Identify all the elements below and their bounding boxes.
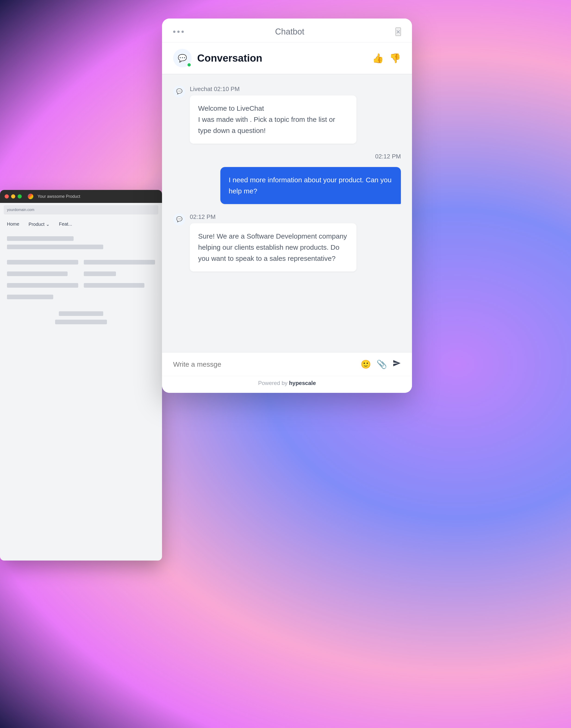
chat-footer: Powered by hypescale (162, 376, 412, 393)
bot-msg-meta-2: 02:12 PM (190, 213, 401, 220)
chat-header: Chatbot × (162, 18, 412, 42)
bl (55, 320, 107, 324)
conversation-header: 💬 Conversation 👍 👎 (162, 42, 412, 74)
powered-by-brand: hypescale (289, 380, 316, 386)
browser-dot-red (5, 194, 9, 198)
bot-avatar: 💬 (173, 49, 192, 67)
browser-col-right (84, 260, 155, 303)
bl (7, 260, 78, 265)
browser-mockup: Your awssome Product yourdomain.com Home… (0, 190, 162, 560)
bot-icon-1: 💬 (176, 88, 183, 94)
bot-sender-1: Livechat (190, 85, 212, 92)
powered-by-text: Powered by hypescale (258, 380, 316, 386)
chat-title: Chatbot (184, 27, 395, 36)
browser-line-1 (7, 236, 74, 241)
bl (7, 295, 53, 299)
nav-feat: Feat... (59, 221, 72, 227)
browser-address-text: yourdomain.com (7, 208, 34, 212)
menu-dot-1 (173, 30, 176, 33)
bl (84, 260, 155, 265)
browser-col-left (7, 260, 78, 303)
bl (59, 311, 103, 316)
message-input[interactable] (173, 360, 355, 368)
browser-nav: Home Product ⌄ Feat... (0, 217, 162, 232)
message-row-bot-1: 💬 Livechat 02:10 PM Welcome to LiveChatI… (173, 85, 401, 144)
online-status-dot (187, 63, 191, 67)
nav-home: Home (7, 221, 19, 227)
browser-titlebar: Your awssome Product (0, 190, 162, 203)
chat-input-area: 🙂 📎 (162, 352, 412, 376)
send-button[interactable] (392, 359, 401, 369)
bl (7, 283, 78, 288)
menu-dot-2 (177, 30, 180, 33)
thumbs-container: 👍 👎 (372, 53, 401, 64)
thumbs-down-button[interactable]: 👎 (389, 53, 401, 64)
browser-addressbar: yourdomain.com (4, 205, 158, 214)
browser-dot-green (18, 194, 22, 198)
menu-dot-3 (182, 30, 184, 33)
attachment-button[interactable]: 📎 (376, 359, 387, 369)
thumbs-up-button[interactable]: 👍 (372, 53, 384, 64)
powered-by-prefix: Powered by (258, 380, 289, 386)
nav-product: Product ⌄ (28, 221, 49, 227)
browser-tab-title: Your awssome Product (37, 194, 80, 199)
messages-area: 💬 Livechat 02:10 PM Welcome to LiveChatI… (162, 74, 412, 352)
bot-msg-content-2: 02:12 PM Sure! We are a Software Develop… (190, 213, 401, 271)
emoji-button[interactable]: 🙂 (361, 359, 371, 369)
browser-two-col-1 (7, 260, 155, 303)
conversation-title: Conversation (197, 52, 367, 64)
bot-msg-content-1: Livechat 02:10 PM Welcome to LiveChatI w… (190, 85, 401, 144)
google-icon (28, 194, 33, 199)
chat-header-left (173, 30, 184, 33)
browser-content (0, 232, 162, 333)
browser-line-2 (7, 245, 103, 249)
bot-time-1: 02:10 PM (214, 85, 240, 92)
user-time-1: 02:12 PM (375, 153, 401, 160)
bot-chat-icon: 💬 (178, 54, 187, 63)
bot-bubble-1: Welcome to LiveChatI was made with . Pic… (190, 95, 356, 144)
bl (84, 271, 116, 276)
chat-widget: Chatbot × 💬 Conversation 👍 👎 💬 Livechat … (162, 18, 412, 393)
bl (84, 283, 144, 288)
bot-msg-meta-1: Livechat 02:10 PM (190, 85, 401, 93)
bot-avatar-small-1: 💬 (173, 85, 185, 97)
bl (7, 271, 68, 276)
bot-time-2: 02:12 PM (190, 213, 216, 220)
browser-dot-yellow (11, 194, 15, 198)
bot-icon-2: 💬 (176, 216, 183, 222)
chat-menu-button[interactable] (173, 30, 184, 33)
bot-avatar-small-2: 💬 (173, 213, 185, 225)
bot-bubble-2: Sure! We are a Software Development comp… (190, 223, 356, 271)
message-row-user-1: 02:12 PM I need more information about y… (173, 153, 401, 204)
close-button[interactable]: × (395, 27, 401, 36)
user-bubble-1: I need more information about your produ… (220, 167, 401, 204)
message-row-bot-2: 💬 02:12 PM Sure! We are a Software Devel… (173, 213, 401, 271)
